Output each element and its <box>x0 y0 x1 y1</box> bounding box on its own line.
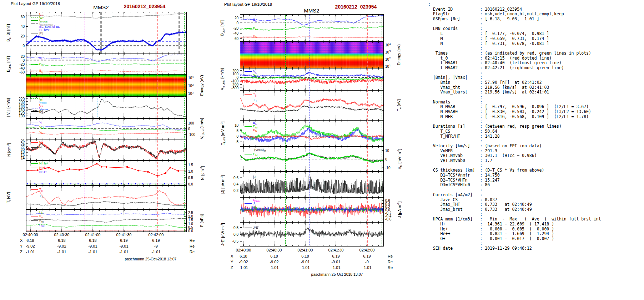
left-ti-panel: T||T⊥ <box>26 185 187 209</box>
legend-line-sample <box>31 212 38 212</box>
left-n-he-plus-plus-trace <box>26 164 186 176</box>
info-line-47: He+ : 0.000 - 0.005 ( 0.000 ) <box>428 227 601 232</box>
left-b-lmn-ytick: -20 <box>12 62 25 66</box>
legend-label: JM <box>253 205 257 209</box>
middle-ve-lmn-axis-label: Ve LMN [km/s] <box>220 68 225 90</box>
info-line-35: CS thickness [km] : (D=T_CS * Vs from ab… <box>428 168 601 173</box>
legend-label: tmaxJ <box>253 198 260 202</box>
density-plot <box>26 139 186 160</box>
legend-line-sample <box>31 58 38 58</box>
middle-ve-lmn-panel: VLVM <box>240 68 384 90</box>
info-line-11: Times : (as indicated by red, green line… <box>428 51 601 56</box>
middle-j-lmn-panel: tmaxJJLJMJN <box>240 197 384 222</box>
middle-ephemeris-value: -1.01 <box>232 265 255 270</box>
middle-t-dvmax-blue-line <box>310 15 310 246</box>
legend-t: T|| <box>31 188 42 192</box>
left-t-blminmax-gray-line-1 <box>100 12 102 54</box>
vi-mag-plot <box>26 97 186 118</box>
info-line-27: T_CS : 50.64 <box>428 129 601 134</box>
legend-line-sample <box>245 75 252 75</box>
legend-ne: Ne <box>31 141 44 144</box>
info-line-15: : <box>428 71 601 76</box>
left-ephemeris-value: -9.01 <box>112 244 135 248</box>
info-line-12: t_0 : 02:41:15 (red dotted line) <box>428 56 601 61</box>
middle-ephemeris-unit: Re <box>388 260 393 264</box>
left-ephemeris-value: 6.18 <box>50 238 73 243</box>
mms-burst-analysis-screen: Plot Layout GP 19/10/2018 MMS2 20160212_… <box>0 0 644 300</box>
legend-line-sample <box>31 127 38 127</box>
legend-label: VL <box>253 70 257 73</box>
info-line-8: M : [ -0.659, 0.731, 0.174 ] <box>428 36 601 41</box>
bl-bmag-plot <box>26 12 186 54</box>
middle-t-par-trace <box>240 98 383 110</box>
legend-e-n: EN <box>245 128 257 133</box>
middle-b-lmn-ytick: -20 <box>226 26 238 30</box>
middle-ephemeris-unit: Re <box>388 265 393 270</box>
legend-n-o: N O+ <box>31 171 47 174</box>
legend-label: BL <box>39 56 43 60</box>
info-line-13: t_MVAB1 : 02:40:40 (leftmost green line) <box>428 61 601 66</box>
left-ephemeris-unit: Re <box>190 250 195 254</box>
info-line-25: : <box>428 120 601 124</box>
left-time-label: 02:40:00 <box>18 233 43 237</box>
left-ephemeris-unit: Re <box>190 238 195 243</box>
info-line-49: O+ : 0.001 - 0.017 ( 0.007 ) <box>428 237 601 241</box>
left-density-panel: NeNi <box>26 139 187 161</box>
legend-line-sample <box>31 189 38 190</box>
middle-b-n-trace <box>240 37 383 38</box>
legend-label: |J| <box>253 175 256 179</box>
left-v-n-trace <box>26 132 186 135</box>
middle-b-lmn-ytick: -60 <box>226 37 238 41</box>
info-line-51: SEH date : 2019-11-29 09:46:12 <box>428 246 601 251</box>
left-ephemeris-value: -1.01 <box>19 250 42 254</box>
left-bl-bmag-ytick: 20 <box>12 34 25 38</box>
middle-e-lmn-panel: ELEMEN <box>240 120 384 147</box>
legend-n-he: N He++ <box>31 166 50 169</box>
left-pressure-right-axis-label: P [nPa] <box>200 209 204 232</box>
left-minor-ions-right-axis-label: Ni [cm-3] <box>200 161 206 185</box>
legend-line-sample <box>31 30 38 30</box>
info-line-19: Vmax_tburst : 219.56 [km/s] at 02:41:01 <box>428 90 601 95</box>
legend-line-sample <box>31 27 38 27</box>
legend-label: BN <box>39 69 43 72</box>
left-plot-event-id: 20160212_023954 <box>124 4 166 9</box>
left-ephemeris-unit: Re <box>190 244 195 248</box>
left-p-th-trace <box>26 218 186 223</box>
legend-line-sample <box>31 102 38 102</box>
legend-line-sample <box>245 203 252 204</box>
info-line-43: Jmax_brst : 0.733 at 02:40:49 <box>428 207 601 212</box>
left-ephemeris-value: -1.01 <box>81 250 104 254</box>
info-line-1: : <box>428 2 601 7</box>
info-line-26: Durations [s] : (between red, resp green… <box>428 124 601 129</box>
middle-b-lmn-ytick: 0 <box>226 21 238 25</box>
middle-ephemeris-value: -9.02 <box>232 260 255 264</box>
left-b-lmn-ytick: -60 <box>12 70 25 74</box>
middle-electron-spectrogram-panel <box>240 41 384 68</box>
info-line-9: N : [ 0.731, 0.678, -0.081 ] <box>428 41 601 46</box>
middle-time-label: 02:40:00 <box>231 248 256 252</box>
legend-label: N He+ <box>39 162 49 165</box>
legend-label: VL <box>39 120 43 124</box>
info-line-17: Bmin : 57.90 [nT] at 02:41:02 <box>428 80 601 85</box>
left-t-mvab2-green-line <box>184 12 185 232</box>
middle-t-cs-red-line-1 <box>314 15 314 246</box>
left-t-dvmax-blue-line <box>99 12 99 232</box>
middle-e-lmn-ytick: 0 <box>226 134 238 138</box>
left-ephemeris-value: -1.01 <box>112 250 135 254</box>
legend-ni: Ni <box>31 146 42 149</box>
info-line-3: FlagStr : msh,udef,nmon,bf,mult,compl,ke… <box>428 12 601 17</box>
left-bl-bmag-axis-label: BL,|B| [nT] <box>6 12 11 54</box>
middle-ve-lmn-ytick: -300 <box>226 86 238 90</box>
legend-label: EM <box>253 152 257 156</box>
legend-line-sample <box>31 168 38 168</box>
middle-plot-title: MMS2 <box>304 7 319 14</box>
legend-v-m: VM <box>31 126 44 130</box>
middle-jmag-panel: |J| <box>240 172 384 197</box>
left-minor-ions-panel: N He+N He++N O+ <box>26 161 187 185</box>
legend-label: J*E' <box>253 226 259 229</box>
middle-j-lmn-right-axis-label: J [μA m-2] <box>397 197 402 222</box>
pressure-plot <box>26 210 186 232</box>
left-p-b-trace <box>26 224 186 228</box>
info-line-29: : <box>428 139 601 144</box>
left-plot-title: MMS2 <box>93 4 109 10</box>
